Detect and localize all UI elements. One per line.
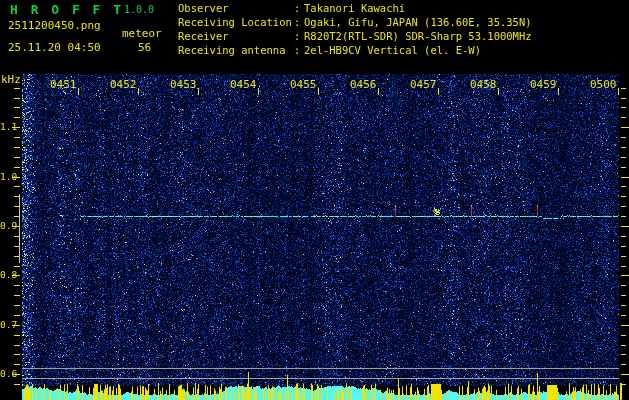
time-label-0500: 0500: [590, 79, 616, 90]
freq-label-1-1: 1.1: [0, 122, 11, 132]
spectrogram-canvas: [0, 0, 629, 400]
time-label-0455: 0455: [290, 79, 316, 90]
info-label: Receiving Location: [178, 17, 294, 30]
time-label-0451: 0451: [50, 79, 76, 90]
output-filename: 2511200450.png: [8, 20, 101, 31]
time-label-0452: 0452: [110, 79, 136, 90]
info-value: R820T2(RTL-SDR) SDR-Sharp 53.1000MHz: [304, 31, 532, 44]
info-label: Receiving antenna: [178, 45, 294, 58]
info-label: Receiver: [178, 31, 294, 44]
freq-label-0-6: 0.6: [0, 369, 11, 379]
info-row-antenna: Receiving antenna:2el-HB9CV Vertical (el…: [178, 45, 481, 58]
info-row-observer: Observer:Takanori Kawachi: [178, 3, 405, 16]
echo-count: 56: [138, 42, 151, 53]
app-version: 1.0.0: [124, 5, 154, 15]
info-separator: :: [294, 31, 304, 44]
info-value: Ogaki, Gifu, JAPAN (136.60E, 35.35N): [304, 17, 532, 30]
time-label-0453: 0453: [170, 79, 196, 90]
time-label-0457: 0457: [410, 79, 436, 90]
info-row-receiver: Receiver:R820T2(RTL-SDR) SDR-Sharp 53.10…: [178, 31, 532, 44]
info-value: Takanori Kawachi: [304, 3, 405, 16]
info-row-location: Receiving Location:Ogaki, Gifu, JAPAN (1…: [178, 17, 532, 30]
freq-label-0-9: 0.9: [0, 221, 11, 231]
freq-label-1-0: 1.0: [0, 172, 11, 182]
info-value: 2el-HB9CV Vertical (el. E-W): [304, 45, 481, 58]
app-title: H R O F F T: [10, 3, 124, 16]
freq-label-0-7: 0.7: [0, 320, 11, 330]
time-label-0458: 0458: [470, 79, 496, 90]
observation-datetime: 25.11.20 04:50: [8, 42, 101, 53]
freq-label-0-8: 0.8: [0, 270, 11, 280]
mode-label: meteor: [122, 28, 162, 39]
info-label: Observer: [178, 3, 294, 16]
info-separator: :: [294, 45, 304, 58]
info-separator: :: [294, 3, 304, 16]
info-separator: :: [294, 17, 304, 30]
hrofft-screen: H R O F F T 1.0.0 2511200450.png meteor …: [0, 0, 629, 400]
time-label-0459: 0459: [530, 79, 556, 90]
time-label-0456: 0456: [350, 79, 376, 90]
time-label-0454: 0454: [230, 79, 256, 90]
freq-axis-unit: kHz: [1, 74, 21, 85]
